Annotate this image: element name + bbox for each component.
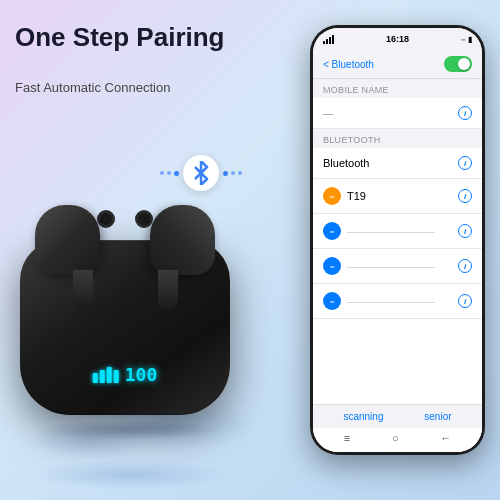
device-name-3: ———————— bbox=[347, 295, 435, 307]
bt-dot bbox=[223, 171, 228, 176]
device-name-2: ———————— bbox=[347, 260, 435, 272]
earbuds-case: 100 bbox=[20, 240, 230, 415]
scanning-label: scanning bbox=[343, 411, 383, 422]
device-row-2[interactable]: ⎓ ———————— i bbox=[313, 249, 482, 284]
phone-screen: 16:18 ⎓ ▮ < Bluetooth Mobile Name — i bbox=[313, 28, 482, 452]
bluetooth-label: Bluetooth bbox=[313, 129, 482, 148]
bt-dot bbox=[174, 171, 179, 176]
bluetooth-item-left: Bluetooth bbox=[323, 157, 369, 169]
battery-status-icon: ▮ bbox=[468, 35, 472, 44]
earbud-stem-left bbox=[73, 270, 93, 310]
signal-icon bbox=[323, 35, 334, 44]
bat-bar bbox=[114, 370, 119, 383]
earbuds-container: 100 bbox=[20, 240, 240, 440]
device-info-1[interactable]: i bbox=[458, 224, 472, 238]
device-t19-icon: ⎓ bbox=[323, 187, 341, 205]
info-icon[interactable]: i bbox=[458, 106, 472, 120]
device-icon-3: ⎓ bbox=[323, 292, 341, 310]
bt-dot bbox=[238, 171, 242, 175]
left-section: One Step Pairing Fast Automatic Connecti… bbox=[0, 0, 280, 500]
status-bar: 16:18 ⎓ ▮ bbox=[313, 28, 482, 50]
scanning-bar: scanning senior bbox=[313, 404, 482, 428]
device-row-1-left: ⎓ ———————— bbox=[323, 222, 435, 240]
bat-bar bbox=[100, 370, 105, 383]
bt-dot bbox=[231, 171, 235, 175]
home-icon[interactable]: ○ bbox=[392, 432, 399, 444]
device-row-2-left: ⎓ ———————— bbox=[323, 257, 435, 275]
senior-label: senior bbox=[424, 411, 451, 422]
bluetooth-toggle[interactable] bbox=[444, 56, 472, 72]
device-icon-2: ⎓ bbox=[323, 257, 341, 275]
bluetooth-icon-circle bbox=[183, 155, 219, 191]
bluetooth-item: Bluetooth i bbox=[313, 148, 482, 179]
status-time: 16:18 bbox=[386, 34, 409, 44]
platform-ellipse bbox=[30, 460, 230, 490]
bat-bar bbox=[107, 367, 112, 383]
platform-shadow bbox=[0, 460, 260, 490]
bluetooth-animation bbox=[160, 155, 242, 191]
back-button[interactable]: < Bluetooth bbox=[323, 59, 374, 70]
device-t19-item[interactable]: ⎓ T19 i bbox=[313, 179, 482, 214]
device-row-1[interactable]: ⎓ ———————— i bbox=[313, 214, 482, 249]
device-info-2[interactable]: i bbox=[458, 259, 472, 273]
back-icon[interactable]: ← bbox=[440, 432, 451, 444]
earbud-hook-left bbox=[97, 210, 115, 228]
earbud-body-right bbox=[150, 205, 215, 275]
mobile-name-value: — bbox=[323, 108, 333, 119]
earbud-right bbox=[140, 205, 215, 295]
device-row-3-left: ⎓ ———————— bbox=[323, 292, 435, 310]
bluetooth-info-icon[interactable]: i bbox=[458, 156, 472, 170]
earbud-body-left bbox=[35, 205, 100, 275]
bat-bar bbox=[93, 373, 98, 383]
bt-dot bbox=[160, 171, 164, 175]
bluetooth-icon bbox=[191, 161, 211, 185]
bluetooth-header: < Bluetooth bbox=[313, 50, 482, 79]
main-heading: One Step Pairing bbox=[15, 22, 225, 53]
bluetooth-status-icon: ⎓ bbox=[461, 35, 466, 44]
bluetooth-item-text: Bluetooth bbox=[323, 157, 369, 169]
earbud-left bbox=[35, 205, 110, 295]
bt-dots-left bbox=[160, 171, 179, 176]
sub-heading: Fast Automatic Connection bbox=[15, 80, 170, 95]
bt-dot bbox=[167, 171, 171, 175]
device-t19-name: T19 bbox=[347, 190, 366, 202]
device-t19-info[interactable]: i bbox=[458, 189, 472, 203]
case-shadow bbox=[40, 420, 220, 440]
device-info-3[interactable]: i bbox=[458, 294, 472, 308]
battery-percent: 100 bbox=[125, 364, 158, 385]
device-t19-left: ⎓ T19 bbox=[323, 187, 366, 205]
mobile-name-label: Mobile Name bbox=[313, 79, 482, 98]
device-row-3[interactable]: ⎓ ———————— i bbox=[313, 284, 482, 319]
earbud-stem-right bbox=[158, 270, 178, 310]
bt-dots-right bbox=[223, 171, 242, 176]
mobile-name-item: — i bbox=[313, 98, 482, 129]
device-name-1: ———————— bbox=[347, 225, 435, 237]
device-icon-1: ⎓ bbox=[323, 222, 341, 240]
phone-container: 16:18 ⎓ ▮ < Bluetooth Mobile Name — i bbox=[310, 25, 485, 465]
menu-icon[interactable]: ≡ bbox=[344, 432, 350, 444]
battery-display: 100 bbox=[93, 364, 158, 385]
phone-outer: 16:18 ⎓ ▮ < Bluetooth Mobile Name — i bbox=[310, 25, 485, 455]
status-icons: ⎓ ▮ bbox=[461, 35, 472, 44]
phone-footer: scanning senior ≡ ○ ← bbox=[313, 404, 482, 452]
home-bar: ≡ ○ ← bbox=[313, 428, 482, 452]
battery-icon bbox=[93, 367, 119, 383]
